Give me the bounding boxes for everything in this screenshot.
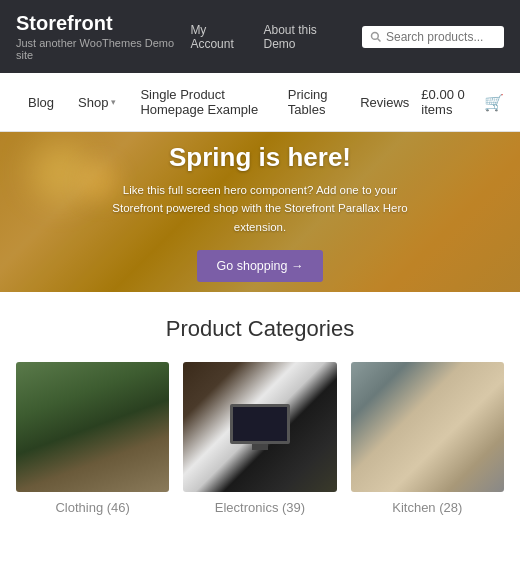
nav-shop[interactable]: Shop ▾ <box>66 81 128 124</box>
main-navbar: Blog Shop ▾ Single Product Homepage Exam… <box>0 73 520 132</box>
svg-line-1 <box>378 38 381 41</box>
nav-single-product[interactable]: Single Product Homepage Example <box>128 73 275 131</box>
electronics-image <box>183 362 336 492</box>
category-kitchen[interactable]: Kitchen (28) <box>351 362 504 515</box>
kitchen-image <box>351 362 504 492</box>
clothing-label: Clothing (46) <box>16 500 169 515</box>
cart-price: £0.00 <box>421 87 454 102</box>
tv-icon <box>230 404 290 444</box>
my-account-link[interactable]: My Account <box>190 23 249 51</box>
search-icon <box>370 31 382 43</box>
cart-area: £0.00 0 items 🛒 <box>421 87 504 117</box>
electronics-label: Electronics (39) <box>183 500 336 515</box>
svg-point-0 <box>372 32 379 39</box>
search-box <box>362 26 504 48</box>
header-nav: My Account About this Demo <box>190 23 504 51</box>
chevron-down-icon: ▾ <box>111 97 116 107</box>
categories-title: Product Categories <box>16 316 504 342</box>
hero-description: Like this full screen hero component? Ad… <box>100 181 420 236</box>
electronics-count: (39) <box>282 500 305 515</box>
hero-content: Spring is here! Like this full screen he… <box>100 142 420 282</box>
site-tagline: Just another WooThemes Demo site <box>16 37 190 61</box>
clothing-count: (46) <box>107 500 130 515</box>
brand: Storefront Just another WooThemes Demo s… <box>16 12 190 61</box>
nav-links: Blog Shop ▾ Single Product Homepage Exam… <box>16 73 421 131</box>
kitchen-label: Kitchen (28) <box>351 500 504 515</box>
nav-blog[interactable]: Blog <box>16 81 66 124</box>
category-clothing[interactable]: Clothing (46) <box>16 362 169 515</box>
clothing-image <box>16 362 169 492</box>
categories-grid: Clothing (46) Electronics (39) <box>16 362 504 515</box>
nav-reviews[interactable]: Reviews <box>348 81 421 124</box>
site-title: Storefront <box>16 12 190 35</box>
search-input[interactable] <box>386 30 496 44</box>
kitchen-count: (28) <box>439 500 462 515</box>
shop-label: Shop <box>78 95 108 110</box>
cart-amount: £0.00 0 items <box>421 87 476 117</box>
hero-title: Spring is here! <box>100 142 420 173</box>
site-header: Storefront Just another WooThemes Demo s… <box>0 0 520 73</box>
cart-icon[interactable]: 🛒 <box>484 93 504 112</box>
about-demo-link[interactable]: About this Demo <box>263 23 348 51</box>
go-shopping-button[interactable]: Go shopping → <box>197 250 324 282</box>
hero-section: Spring is here! Like this full screen he… <box>0 132 520 292</box>
bokeh-circle-1 <box>30 142 90 202</box>
nav-pricing[interactable]: Pricing Tables <box>276 73 348 131</box>
category-electronics[interactable]: Electronics (39) <box>183 362 336 515</box>
product-categories-section: Product Categories Clothing (46) Elec <box>0 292 520 531</box>
